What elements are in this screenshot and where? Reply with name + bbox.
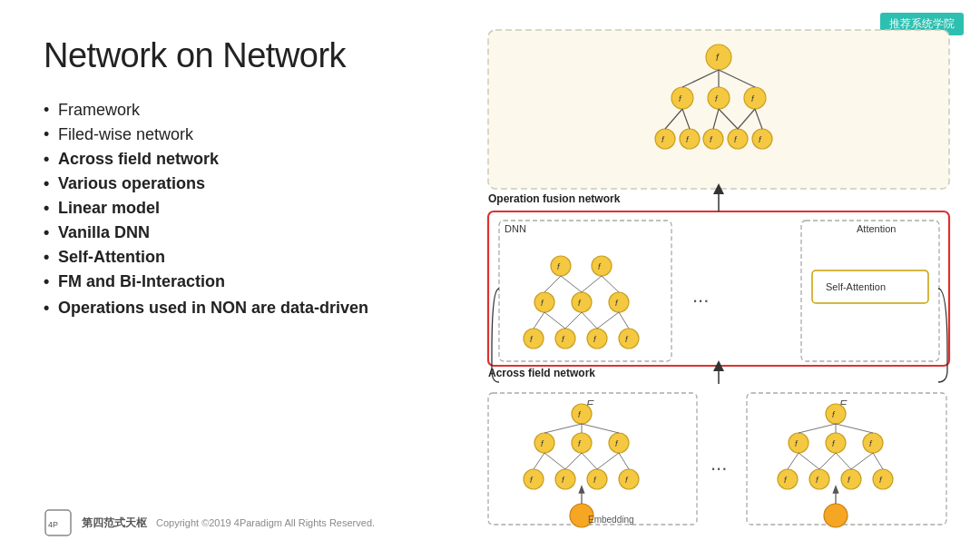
- field-left-box: [488, 393, 697, 525]
- fusion-l3-1: [655, 129, 675, 149]
- dnn-m-1: [534, 292, 554, 312]
- svg-line-57: [788, 453, 799, 469]
- rfw-top: [826, 404, 846, 424]
- fusion-l3-5: [752, 129, 772, 149]
- various-operations-item: Various operations: [44, 174, 470, 193]
- self-attention-item: Self-Attention: [44, 248, 470, 267]
- svg-line-46: [544, 424, 582, 433]
- svg-line-25: [582, 312, 597, 329]
- rfw-l2-3: [863, 433, 883, 453]
- fusion-l2-mid: [708, 87, 730, 109]
- fw-l1-1: [524, 469, 544, 489]
- svg-line-59: [819, 453, 836, 469]
- across-field-label: Across field network: [488, 367, 595, 379]
- dnn-b-3: [587, 329, 607, 349]
- svg-line-58: [799, 453, 819, 469]
- fusion-root-node: [706, 44, 731, 70]
- self-attention-text: Self-Attention: [826, 281, 886, 292]
- fusion-l2-right: [744, 87, 766, 109]
- svg-line-24: [565, 312, 582, 329]
- fw-l1-2: [555, 469, 575, 489]
- fusion-l3-4: [728, 129, 748, 149]
- dnn-t-2: [592, 256, 612, 276]
- dnn-label: DNN: [505, 223, 526, 234]
- fusion-l2-left: [671, 87, 693, 109]
- svg-line-48: [582, 424, 619, 433]
- rfw-l1-1: [778, 469, 798, 489]
- svg-line-45: [619, 453, 629, 469]
- fw-top: [572, 404, 592, 424]
- svg-line-61: [851, 453, 873, 469]
- svg-line-28: [544, 276, 561, 292]
- svg-line-31: [602, 276, 619, 292]
- svg-line-65: [836, 424, 873, 433]
- filed-wise-label: Filed-wise network: [58, 125, 193, 143]
- svg-line-60: [836, 453, 851, 469]
- field-right-box: [747, 393, 946, 525]
- svg-line-23: [544, 312, 565, 329]
- self-attention-label: Self-Attention: [58, 248, 165, 266]
- fw-l1-3: [587, 469, 607, 489]
- fw-l1-4: [619, 469, 639, 489]
- svg-line-42: [565, 453, 582, 469]
- fm-bi-label: FM and Bi-Interaction: [58, 272, 225, 290]
- ellipsis-label: ...: [692, 284, 709, 307]
- vanilla-dnn-label: Vanilla DNN: [58, 223, 150, 241]
- field-ellipsis: ...: [710, 452, 727, 475]
- dnn-t-1: [551, 256, 571, 276]
- network-diagram: Operation fusion network f f f f f f f f…: [479, 25, 960, 529]
- company-name: 第四范式天枢: [82, 516, 147, 531]
- diagram-panel: Operation fusion network f f f f f f f f…: [479, 25, 960, 529]
- left-panel: Network on Network Framework Filed-wise …: [44, 36, 470, 323]
- svg-line-22: [534, 312, 544, 329]
- across-field-item: Across field network: [44, 150, 470, 169]
- linear-model-item: Linear model: [44, 199, 470, 218]
- filed-wise-item: Filed-wise network: [44, 125, 470, 144]
- svg-line-29: [561, 276, 582, 292]
- content-list: Framework Filed-wise network Across fiel…: [44, 101, 470, 318]
- svg-line-27: [619, 312, 629, 329]
- fw-l2-2: [572, 433, 592, 453]
- copyright-text: Copyright ©2019 4Paradigm All Rights Res…: [156, 517, 375, 528]
- svg-line-41: [544, 453, 565, 469]
- fusion-l3-3: [703, 129, 723, 149]
- fm-bi-item: FM and Bi-Interaction: [44, 272, 470, 291]
- attention-label: Attention: [857, 223, 896, 234]
- operation-fusion-label: Operation fusion network: [488, 192, 621, 205]
- svg-line-63: [799, 424, 836, 433]
- svg-line-43: [582, 453, 597, 469]
- operations-data-driven-label: Operations used in NON are data-driven: [58, 299, 368, 317]
- various-operations-label: Various operations: [58, 174, 205, 192]
- dnn-m-2: [572, 292, 592, 312]
- embedding-label: Embedding: [588, 515, 634, 525]
- rfw-l2-1: [789, 433, 808, 453]
- dnn-m-3: [609, 292, 629, 312]
- page-title: Network on Network: [44, 36, 470, 75]
- fw-l2-3: [609, 433, 629, 453]
- svg-text:4P: 4P: [48, 520, 58, 529]
- across-field-label: Across field network: [58, 150, 219, 168]
- dnn-b-2: [555, 329, 575, 349]
- vanilla-dnn-item: Vanilla DNN: [44, 223, 470, 242]
- fusion-l3-2: [680, 129, 700, 149]
- svg-line-30: [582, 276, 602, 292]
- svg-line-44: [597, 453, 619, 469]
- dnn-b-1: [524, 329, 544, 349]
- rfw-l1-3: [841, 469, 861, 489]
- fw-l2-1: [534, 433, 554, 453]
- rfw-l2-2: [826, 433, 846, 453]
- rfw-l1-4: [873, 469, 893, 489]
- company-logo: 4P: [44, 508, 73, 537]
- rfw-l1-2: [809, 469, 829, 489]
- linear-model-label: Linear model: [58, 199, 160, 217]
- dnn-b-4: [619, 329, 639, 349]
- operations-data-driven-item: Operations used in NON are data-driven: [44, 299, 470, 318]
- footer: 4P 第四范式天枢 Copyright ©2019 4Paradigm All …: [44, 508, 375, 537]
- framework-item: Framework: [44, 101, 470, 120]
- svg-line-26: [597, 312, 619, 329]
- right-orange-node: [824, 504, 848, 527]
- svg-line-62: [873, 453, 883, 469]
- framework-label: Framework: [58, 101, 140, 119]
- svg-line-40: [534, 453, 544, 469]
